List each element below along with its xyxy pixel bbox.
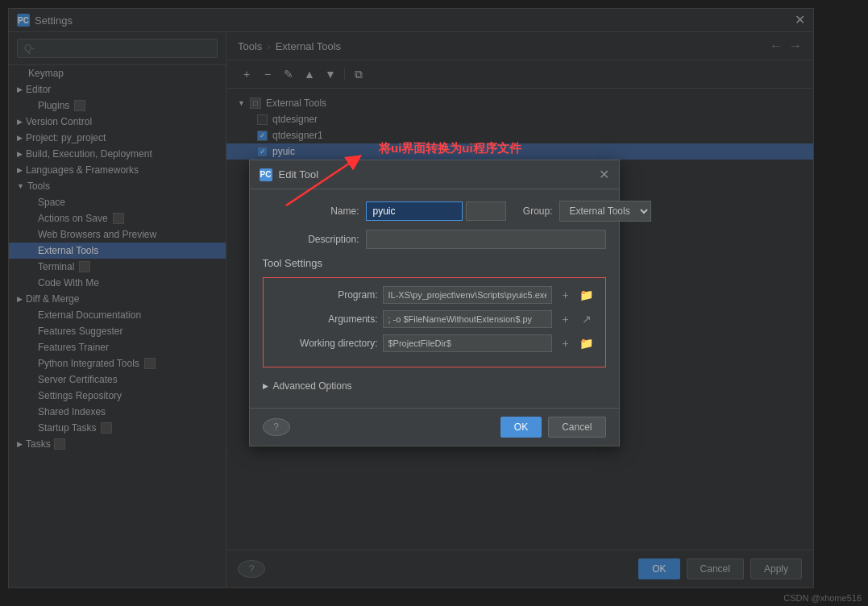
modal-icon: PC — [260, 168, 272, 181]
modal-title-bar: PC Edit Tool ✕ — [250, 160, 619, 189]
description-input[interactable] — [366, 230, 606, 249]
advanced-expand-icon: ▶ — [263, 382, 268, 390]
advanced-label: Advanced Options — [273, 380, 352, 392]
arguments-label: Arguments: — [273, 313, 378, 325]
description-label: Description: — [263, 234, 359, 245]
arguments-add-btn[interactable]: + — [557, 310, 575, 328]
working-dir-label: Working directory: — [273, 338, 378, 349]
tool-settings-inner: Program: + 📁 Arguments: + ↗ — [263, 277, 606, 367]
program-label: Program: — [273, 289, 378, 301]
working-dir-add-btn[interactable]: + — [557, 334, 575, 352]
modal-ok-button[interactable]: OK — [500, 417, 542, 438]
group-select[interactable]: External Tools — [559, 201, 651, 222]
working-dir-row: Working directory: + 📁 — [273, 334, 596, 352]
program-browse-btn[interactable]: 📁 — [578, 286, 596, 304]
modal-title-text: Edit Tool — [279, 168, 319, 181]
program-add-btn[interactable]: + — [557, 286, 575, 304]
tool-settings-label: Tool Settings — [263, 257, 606, 269]
name-input[interactable] — [366, 201, 463, 221]
group-label: Group: — [513, 205, 553, 217]
name-group-row: Name: Group: External Tools — [263, 201, 606, 222]
modal-close-button[interactable]: ✕ — [599, 167, 609, 182]
edit-tool-modal: PC Edit Tool ✕ Name: Group: External Too… — [249, 160, 620, 446]
modal-overlay: 将ui界面转换为ui程序文件 PC Edit Tool ✕ Name: Grou… — [0, 0, 868, 606]
modal-footer: ? OK Cancel — [250, 408, 619, 446]
name-label: Name: — [263, 205, 359, 217]
program-input[interactable] — [383, 286, 552, 304]
name-extra-input[interactable] — [466, 201, 506, 221]
advanced-options-row[interactable]: ▶ Advanced Options — [263, 376, 606, 396]
tool-settings-section: Tool Settings Program: + 📁 Arguments: — [263, 257, 606, 367]
modal-body: Name: Group: External Tools Description: — [250, 189, 619, 408]
arguments-browse-btn[interactable]: ↗ — [578, 310, 596, 328]
modal-help-button[interactable]: ? — [263, 418, 290, 436]
description-row: Description: — [263, 230, 606, 249]
modal-cancel-button[interactable]: Cancel — [548, 417, 605, 438]
arguments-row: Arguments: + ↗ — [273, 310, 596, 328]
program-row: Program: + 📁 — [273, 286, 596, 304]
working-dir-input[interactable] — [383, 334, 552, 352]
arguments-input[interactable] — [383, 310, 552, 328]
annotation-text: 将ui界面转换为ui程序文件 — [379, 141, 521, 156]
working-dir-browse-btn[interactable]: 📁 — [578, 334, 596, 352]
